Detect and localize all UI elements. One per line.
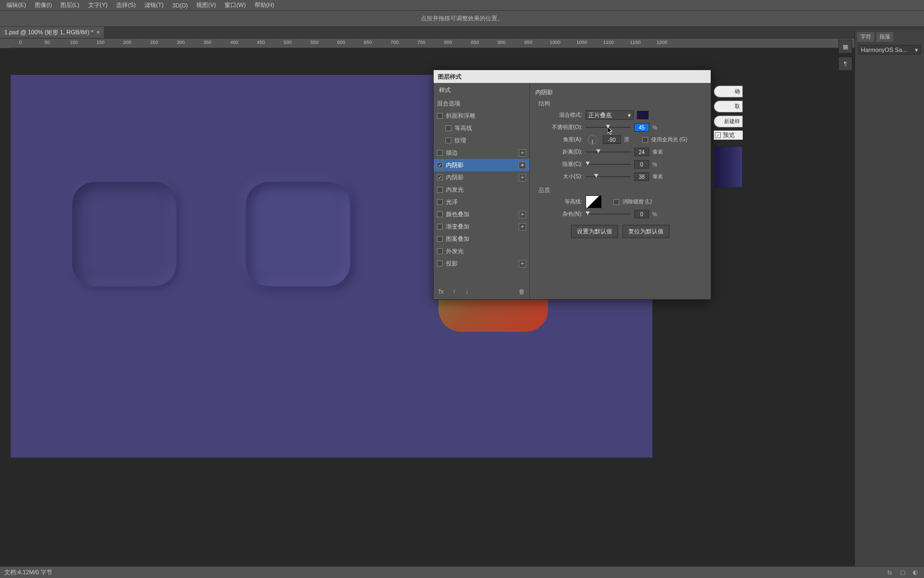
- effect-row-11[interactable]: 外发光: [434, 245, 529, 257]
- menu-help[interactable]: 帮助(H): [250, 1, 279, 9]
- ruler-tick: 350: [203, 40, 211, 45]
- effect-checkbox[interactable]: [437, 236, 443, 242]
- blending-options-row[interactable]: 混合选项: [434, 97, 529, 110]
- fx-status-icon[interactable]: fx: [886, 568, 894, 577]
- global-light-checkbox[interactable]: [642, 137, 648, 143]
- effect-checkbox[interactable]: [437, 224, 443, 230]
- effect-checkbox[interactable]: [437, 248, 443, 254]
- effect-label: 外发光: [446, 247, 464, 255]
- styles-header[interactable]: 样式: [434, 83, 529, 97]
- size-slider[interactable]: [586, 173, 631, 180]
- effect-checkbox[interactable]: [437, 187, 443, 193]
- effect-row-10[interactable]: 图案叠加: [434, 233, 529, 245]
- angle-dial[interactable]: [588, 135, 597, 144]
- down-arrow-icon[interactable]: ↓: [463, 287, 471, 296]
- menu-filter[interactable]: 滤镜(T): [140, 1, 168, 9]
- effect-settings: 内阴影 结构 混合模式: 正片叠底 ▾ 不透明度(O): 45 % 角度(A):…: [530, 83, 711, 299]
- add-effect-icon[interactable]: +: [519, 174, 526, 181]
- effect-row-3[interactable]: 描边+: [434, 147, 529, 159]
- effect-checkbox[interactable]: [445, 138, 451, 143]
- blend-mode-value: 正片叠底: [588, 111, 612, 119]
- effect-checkbox[interactable]: [437, 113, 443, 119]
- make-default-button[interactable]: 设置为默认值: [571, 225, 618, 238]
- panel-paragraph-icon[interactable]: ¶: [838, 57, 852, 71]
- effect-label: 描边: [446, 149, 458, 157]
- menu-window[interactable]: 窗口(W): [220, 1, 250, 9]
- dialog-titlebar[interactable]: 图层样式: [434, 70, 711, 83]
- mask-status-icon[interactable]: ▢: [898, 568, 907, 577]
- menu-bar: 编辑(E) 图像(I) 图层(L) 文字(Y) 选择(S) 滤镜(T) 3D(D…: [0, 0, 924, 11]
- reset-default-button[interactable]: 复位为默认值: [622, 225, 669, 238]
- effect-row-9[interactable]: 渐变叠加+: [434, 220, 529, 233]
- effect-row-5[interactable]: 内阴影+: [434, 171, 529, 184]
- effect-row-0[interactable]: 斜面和浮雕: [434, 110, 529, 122]
- percent-unit: %: [652, 162, 667, 168]
- ruler-tick: 250: [150, 40, 158, 45]
- tab-paragraph[interactable]: 段落: [876, 32, 894, 42]
- effect-checkbox[interactable]: [437, 199, 443, 205]
- preview-checkbox[interactable]: [715, 132, 721, 138]
- tab-character[interactable]: 字符: [857, 32, 874, 42]
- effect-row-12[interactable]: 投影+: [434, 257, 529, 270]
- effect-checkbox[interactable]: [445, 125, 451, 131]
- cancel-button[interactable]: 取: [714, 101, 743, 112]
- trash-icon[interactable]: 🗑: [518, 287, 526, 296]
- menu-image[interactable]: 图像(I): [30, 1, 56, 9]
- effect-row-2[interactable]: 纹理: [434, 134, 529, 147]
- close-icon[interactable]: ×: [96, 29, 99, 35]
- distance-slider[interactable]: [586, 148, 631, 156]
- effect-label: 颜色叠加: [446, 210, 469, 218]
- effect-checkbox[interactable]: [437, 162, 443, 168]
- add-effect-icon[interactable]: +: [519, 162, 526, 169]
- chevron-down-icon: ▾: [628, 112, 631, 119]
- up-arrow-icon[interactable]: ↑: [450, 287, 458, 296]
- antialias-checkbox[interactable]: [613, 199, 619, 205]
- ok-button[interactable]: 确: [714, 86, 743, 97]
- effect-row-7[interactable]: 光泽: [434, 196, 529, 208]
- effect-row-6[interactable]: 内发光: [434, 184, 529, 196]
- menu-view[interactable]: 视图(V): [192, 1, 220, 9]
- blend-mode-select[interactable]: 正片叠底 ▾: [586, 110, 634, 120]
- effect-checkbox[interactable]: [437, 261, 443, 267]
- opacity-input[interactable]: 45: [634, 123, 649, 132]
- effect-checkbox[interactable]: [437, 211, 443, 217]
- menu-3d[interactable]: 3D(D): [168, 2, 192, 9]
- add-effect-icon[interactable]: +: [519, 223, 526, 231]
- neumorphic-square-1: [72, 182, 176, 286]
- panel-grid-icon[interactable]: ▦: [838, 40, 852, 54]
- noise-input[interactable]: 0: [634, 210, 649, 218]
- noise-slider[interactable]: [586, 210, 631, 218]
- effect-checkbox[interactable]: [437, 150, 443, 156]
- menu-edit[interactable]: 编辑(E): [2, 1, 30, 9]
- menu-select[interactable]: 选择(S): [112, 1, 140, 9]
- ruler-tick: 200: [123, 40, 131, 45]
- preview-swatch: [714, 146, 743, 188]
- choke-input[interactable]: 0: [634, 160, 649, 169]
- adjust-status-icon[interactable]: ◐: [911, 568, 920, 577]
- effect-row-8[interactable]: 颜色叠加+: [434, 208, 529, 220]
- effect-checkbox[interactable]: [437, 174, 443, 180]
- effect-label: 内发光: [446, 186, 464, 194]
- opacity-slider[interactable]: [586, 124, 631, 131]
- fx-icon[interactable]: fx: [437, 287, 445, 296]
- dialog-side-buttons: 确 取 新建样 预览: [714, 86, 743, 188]
- distance-input[interactable]: 24: [634, 148, 649, 156]
- size-label: 大小(S):: [535, 173, 582, 180]
- effect-row-4[interactable]: 内阴影+: [434, 159, 529, 171]
- add-effect-icon[interactable]: +: [519, 149, 526, 157]
- font-dropdown[interactable]: HarmonyOS Sa... ▾: [858, 45, 921, 55]
- add-effect-icon[interactable]: +: [519, 211, 526, 218]
- percent-unit: %: [652, 125, 667, 131]
- contour-picker[interactable]: [586, 195, 602, 208]
- choke-slider[interactable]: [586, 161, 631, 168]
- menu-layer[interactable]: 图层(L): [56, 1, 83, 9]
- document-tab[interactable]: 1.psd @ 100% (矩形 1, RGB/8#) * ×: [0, 27, 104, 38]
- menu-type[interactable]: 文字(Y): [84, 1, 112, 9]
- size-input[interactable]: 38: [634, 172, 649, 181]
- degree-unit: 度: [624, 136, 639, 143]
- add-effect-icon[interactable]: +: [519, 260, 526, 268]
- effect-row-1[interactable]: 等高线: [434, 122, 529, 134]
- new-style-button[interactable]: 新建样: [714, 116, 743, 127]
- angle-input[interactable]: -90: [603, 135, 621, 144]
- color-swatch[interactable]: [637, 111, 649, 119]
